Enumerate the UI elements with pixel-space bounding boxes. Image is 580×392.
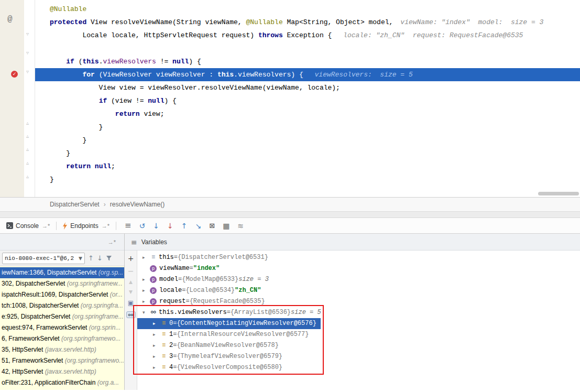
frame-package: (org.springframewo...	[61, 335, 121, 342]
menu-icon[interactable]: ≡	[131, 238, 137, 246]
stack-frame[interactable]: iewName:1366, DispatcherServlet (org.sp.…	[0, 267, 124, 278]
variable-row[interactable]: ▸≡4 = {ViewResolverComposite@6580}	[137, 362, 580, 373]
variables-panel-title: Variables	[141, 238, 167, 246]
chevron-right-icon[interactable]: ▸	[143, 296, 149, 307]
field-icon: ≡	[149, 252, 157, 263]
code-token: !=	[156, 58, 172, 66]
chevron-right-icon[interactable]: ▸	[153, 362, 160, 373]
show-execution-point-icon[interactable]: ↺	[139, 222, 146, 230]
fold-start-icon[interactable]: ▿	[26, 31, 29, 37]
evaluate-expression-icon[interactable]: ⊠	[209, 222, 215, 229]
code-line[interactable]: if (view != null) {	[35, 94, 580, 107]
frame-up-icon[interactable]: ↑	[88, 254, 94, 262]
chevron-right-icon[interactable]: ▸	[143, 285, 149, 296]
annotation-gutter-icon[interactable]: @	[7, 15, 13, 24]
thread-dropdown[interactable]: nio-8080-exec-1"@6,2 ▼	[2, 253, 85, 264]
frame-location: 6, FrameworkServlet	[2, 335, 61, 342]
fold-start-icon[interactable]: ▿	[26, 50, 29, 56]
chevron-right-icon[interactable]: ▸	[153, 340, 160, 351]
stack-frame[interactable]: 6, FrameworkServlet (org.springframewo..…	[0, 333, 124, 344]
code-line[interactable]: if (this.viewResolvers != null) {	[35, 55, 580, 68]
fold-end-icon[interactable]: ▵	[26, 174, 29, 179]
show-watches-icon[interactable]: oo	[126, 311, 136, 318]
frame-location: equest:974, FrameworkServlet	[2, 324, 89, 331]
fold-start-icon[interactable]: ▿	[26, 69, 29, 74]
chevron-right-icon[interactable]: ▸	[153, 351, 160, 362]
chevron-right-icon[interactable]: ▸	[153, 329, 160, 340]
variable-row[interactable]: ▾oothis.viewResolvers = {ArrayList@6536}…	[137, 307, 580, 318]
menu-icon[interactable]: ≡	[125, 222, 132, 230]
add-watch-icon[interactable]: +	[128, 255, 134, 262]
variable-row[interactable]: pviewName = "index"	[137, 263, 580, 274]
variables-panel-header: ≡ Variables	[125, 234, 580, 251]
variable-row[interactable]: ▸pmodel = {ModelMap@6533} size = 3	[137, 274, 580, 285]
stack-frame[interactable]: oFilter:231, ApplicationFilterChain (org…	[0, 377, 124, 388]
code-line[interactable]: }	[35, 121, 580, 134]
variable-name: 1	[169, 329, 173, 340]
code-line[interactable]: Locale locale, HttpServletRequest reques…	[35, 29, 580, 42]
stack-frame[interactable]: 42, HttpServlet (javax.servlet.http)	[0, 366, 124, 377]
stack-frame[interactable]: ispatchResult:1069, DispatcherServlet (o…	[0, 289, 124, 300]
code-token: }	[50, 149, 70, 157]
breadcrumb-item-class[interactable]: DispatcherServlet	[50, 201, 100, 208]
variable-row[interactable]: ▸≡this = {DispatcherServlet@6531}	[137, 252, 580, 263]
chevron-right-icon[interactable]: ▸	[153, 318, 160, 329]
code-line[interactable]: protected View resolveViewName(String vi…	[35, 16, 580, 29]
focus-frame-arrow-icon[interactable]: →*	[108, 239, 116, 245]
stack-frame[interactable]: 51, FrameworkServlet (org.springframewo.…	[0, 355, 124, 366]
code-line[interactable]: @Nullable	[35, 3, 580, 16]
variable-row[interactable]: ▸prequest = {RequestFacade@6535}	[137, 296, 580, 307]
breadcrumb-item-method[interactable]: resolveViewName()	[110, 201, 165, 208]
parameter-icon: p	[150, 276, 157, 283]
code-token: ) {	[291, 71, 307, 79]
code-line[interactable]: }	[35, 134, 580, 147]
step-out-icon[interactable]: ↑	[181, 222, 188, 230]
stack-frame[interactable]: equest:974, FrameworkServlet (org.sprin.…	[0, 322, 124, 333]
toolbar-separator	[56, 222, 57, 230]
focus-tab-arrow-icon[interactable]: →*	[102, 223, 110, 229]
fold-end-icon[interactable]: ▵	[26, 121, 29, 126]
code-line[interactable]: View view = viewResolver.resolveViewName…	[35, 81, 580, 94]
code-token: @Nullable	[50, 5, 86, 13]
layout-grid-icon[interactable]: ▦	[223, 222, 229, 230]
view-options-icon[interactable]: ≋	[237, 222, 244, 230]
variable-row[interactable]: ▸plocale = {Locale@6534} "zh_CN"	[137, 285, 580, 296]
chevron-right-icon[interactable]: ▸	[143, 274, 149, 285]
code-line[interactable]	[35, 42, 580, 55]
force-step-into-icon[interactable]: ↓	[167, 222, 173, 230]
code-line[interactable]: return view;	[35, 107, 580, 121]
remove-watch-icon[interactable]: −	[128, 267, 134, 275]
variable-row[interactable]: ▸≡2 = {BeanNameViewResolver@6578}	[137, 340, 580, 351]
execution-line[interactable]: for (ViewResolver viewResolver : this.vi…	[35, 68, 580, 81]
move-watch-down-icon[interactable]: ▼	[129, 290, 133, 295]
fold-end-icon[interactable]: ▵	[26, 147, 29, 152]
variable-value: {ViewResolverComposite@6580}	[177, 362, 282, 373]
variable-row[interactable]: ▸≡1 = {InternalResourceViewResolver@6577…	[137, 329, 580, 340]
horizontal-scrollbar-thumb[interactable]	[538, 192, 579, 195]
fold-end-icon[interactable]: ▵	[26, 134, 29, 139]
code-line[interactable]: return null;	[35, 160, 580, 173]
tab-console[interactable]: Console	[4, 218, 41, 233]
code-line[interactable]: }	[35, 147, 580, 160]
variable-row[interactable]: ▸≡0 = {ContentNegotiatingViewResolver@65…	[137, 318, 321, 329]
stack-frame[interactable]: tch:1008, DispatcherServlet (org.springf…	[0, 300, 124, 311]
breakpoint-icon[interactable]: ✓	[11, 71, 18, 78]
code-token: viewResolvers	[103, 58, 156, 66]
variable-row[interactable]: ▸≡3 = {ThymeleafViewResolver@6579}	[137, 351, 580, 362]
step-into-icon[interactable]: ↓	[153, 222, 159, 230]
filter-icon[interactable]	[106, 255, 112, 262]
chevron-down-icon[interactable]: ▾	[143, 307, 149, 318]
fold-end-icon[interactable]: ▵	[26, 160, 29, 166]
array-element-icon: ≡	[160, 318, 168, 329]
run-to-cursor-icon[interactable]: ↘	[195, 222, 201, 230]
stack-frame[interactable]: 35, HttpServlet (javax.servlet.http)	[0, 344, 124, 355]
code-line[interactable]: }	[35, 173, 580, 186]
tab-endpoints[interactable]: Endpoints	[60, 218, 100, 233]
frame-down-icon[interactable]: ↓	[97, 254, 103, 262]
duplicate-watch-icon[interactable]: ▣	[128, 300, 134, 306]
move-watch-up-icon[interactable]: ▲	[129, 280, 133, 285]
chevron-right-icon[interactable]: ▸	[143, 252, 149, 263]
focus-tab-arrow-icon[interactable]: →*	[42, 223, 50, 229]
stack-frame[interactable]: 302, DispatcherServlet (org.springframew…	[0, 278, 124, 289]
stack-frame[interactable]: e:925, DispatcherServlet (org.springfram…	[0, 311, 124, 322]
